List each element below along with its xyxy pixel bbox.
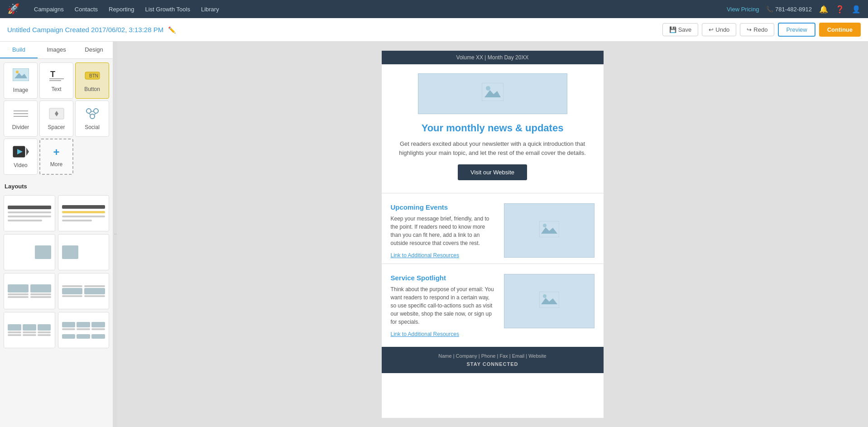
- hero-section: Your monthly news & updates Get readers …: [382, 64, 604, 193]
- upcoming-events-section: Upcoming Events Keep your message brief,…: [382, 199, 604, 264]
- layout-single-text[interactable]: [4, 195, 55, 231]
- svg-marker-21: [26, 148, 29, 156]
- svg-rect-26: [539, 221, 559, 237]
- svg-point-28: [543, 224, 547, 227]
- spacer-block-icon: [48, 107, 65, 121]
- upcoming-events-image[interactable]: [504, 203, 595, 258]
- svg-text:T: T: [50, 70, 55, 79]
- tab-build[interactable]: Build: [0, 42, 38, 58]
- edit-title-icon[interactable]: ✏️: [168, 26, 176, 34]
- section-divider-2: [382, 264, 604, 264]
- block-more[interactable]: + More: [39, 139, 73, 175]
- layout-three-col[interactable]: [4, 312, 55, 348]
- nav-campaigns[interactable]: Campaigns: [34, 6, 64, 13]
- tab-design[interactable]: Design: [75, 42, 113, 58]
- hero-button[interactable]: Visit our Website: [458, 164, 527, 180]
- hero-image[interactable]: [418, 73, 567, 114]
- redo-button[interactable]: ↪ Redo: [740, 23, 774, 36]
- hero-text: Get readers excited about your newslette…: [398, 139, 588, 157]
- toolbar-actions: 💾 Save ↩ Undo ↪ Redo Preview Continue: [662, 23, 861, 37]
- service-spotlight-body: Think about the purpose of your email: Y…: [391, 285, 497, 326]
- phone-number: 📞 781-482-8912: [766, 6, 812, 13]
- layout-text-rows[interactable]: [58, 312, 110, 348]
- svg-rect-0: [13, 68, 29, 81]
- service-spotlight-image-icon: [539, 292, 559, 311]
- upcoming-events-body: Keep your message brief, friendly, and t…: [391, 215, 497, 247]
- panel-tabs: Build Images Design: [0, 42, 113, 59]
- section-divider-1: [382, 193, 604, 193]
- layouts-grid: [0, 192, 113, 351]
- svg-rect-29: [539, 292, 559, 308]
- redo-icon: ↪: [747, 26, 752, 33]
- service-spotlight-title: Service Spotlight: [391, 274, 497, 282]
- svg-point-25: [486, 86, 490, 91]
- svg-point-31: [543, 294, 547, 298]
- email-preview: Volume XX | Month Day 20XX: [382, 51, 604, 418]
- nav-reporting[interactable]: Reporting: [109, 6, 134, 13]
- preview-button[interactable]: Preview: [778, 23, 815, 37]
- block-spacer[interactable]: Spacer: [39, 101, 73, 137]
- continue-button[interactable]: Continue: [819, 23, 861, 37]
- email-header-text: Volume XX | Month Day 20XX: [456, 54, 529, 61]
- service-spotlight-link[interactable]: Link to Additional Resources: [391, 331, 459, 337]
- view-pricing-link[interactable]: View Pricing: [727, 6, 759, 13]
- svg-point-14: [86, 109, 91, 113]
- svg-rect-23: [482, 83, 504, 101]
- upcoming-events-link[interactable]: Link to Additional Resources: [391, 252, 459, 259]
- nav-contacts[interactable]: Contacts: [75, 6, 98, 13]
- block-text[interactable]: T Text: [39, 62, 73, 99]
- svg-text:BTN: BTN: [89, 73, 98, 78]
- layout-two-col-alt[interactable]: [58, 273, 110, 309]
- upcoming-events-text: Upcoming Events Keep your message brief,…: [391, 203, 497, 259]
- email-header: Volume XX | Month Day 20XX: [382, 51, 604, 64]
- svg-point-2: [16, 71, 19, 73]
- layout-two-col-icons[interactable]: [4, 273, 55, 309]
- block-divider[interactable]: Divider: [4, 101, 38, 137]
- help-icon[interactable]: ❓: [835, 5, 844, 14]
- nav-list-growth-tools[interactable]: List Growth Tools: [145, 6, 190, 13]
- layout-text-image[interactable]: [4, 234, 55, 270]
- upcoming-events-image-icon: [539, 221, 559, 240]
- save-button[interactable]: 💾 Save: [662, 23, 699, 36]
- image-block-icon: [13, 68, 29, 84]
- layout-image-text[interactable]: [58, 234, 110, 270]
- blocks-grid: Image T Text BTN: [0, 59, 113, 178]
- social-block-icon: [84, 107, 101, 121]
- tab-images[interactable]: Images: [38, 42, 75, 58]
- block-button-label: Button: [84, 86, 100, 92]
- notifications-icon[interactable]: 🔔: [819, 5, 828, 14]
- user-icon[interactable]: 👤: [852, 5, 861, 14]
- block-button[interactable]: BTN Button: [75, 62, 109, 99]
- left-panel: Build Images Design Image: [0, 42, 113, 427]
- hero-image-icon: [482, 83, 504, 105]
- block-image[interactable]: Image: [4, 62, 38, 99]
- block-video[interactable]: Video: [4, 139, 38, 175]
- block-video-label: Video: [14, 162, 27, 168]
- toolbar: Untitled Campaign Created 2017/06/02, 3:…: [0, 18, 868, 42]
- email-footer: Name | Company | Phone | Fax | Email | W…: [382, 347, 604, 373]
- save-icon: 💾: [669, 26, 676, 33]
- canvas-area: Volume XX | Month Day 20XX: [117, 42, 868, 427]
- nav-library[interactable]: Library: [201, 6, 219, 13]
- block-divider-label: Divider: [12, 124, 29, 130]
- phone-icon: 📞: [766, 6, 773, 13]
- svg-point-15: [94, 109, 98, 113]
- main-layout: Build Images Design Image: [0, 42, 868, 427]
- block-spacer-label: Spacer: [48, 124, 65, 130]
- text-block-icon: T: [48, 69, 65, 83]
- layout-text-highlight[interactable]: [58, 195, 110, 231]
- resize-handle[interactable]: ⋮: [113, 42, 117, 427]
- undo-icon: ↩: [709, 26, 714, 33]
- service-spotlight-text: Service Spotlight Think about the purpos…: [391, 274, 497, 338]
- block-text-label: Text: [51, 86, 61, 92]
- service-spotlight-image[interactable]: [504, 274, 595, 328]
- campaign-title-text: Untitled Campaign Created 2017/06/02, 3:…: [7, 26, 163, 34]
- more-block-icon: +: [53, 146, 59, 158]
- button-block-icon: BTN: [84, 69, 101, 83]
- upcoming-events-title: Upcoming Events: [391, 203, 497, 211]
- block-social[interactable]: Social: [75, 101, 109, 137]
- email-footer-stay: STAY CONNECTED: [386, 361, 599, 367]
- top-navigation: 🚀 Campaigns Contacts Reporting List Grow…: [0, 0, 868, 18]
- undo-button[interactable]: ↩ Undo: [702, 23, 736, 36]
- block-social-label: Social: [85, 124, 100, 130]
